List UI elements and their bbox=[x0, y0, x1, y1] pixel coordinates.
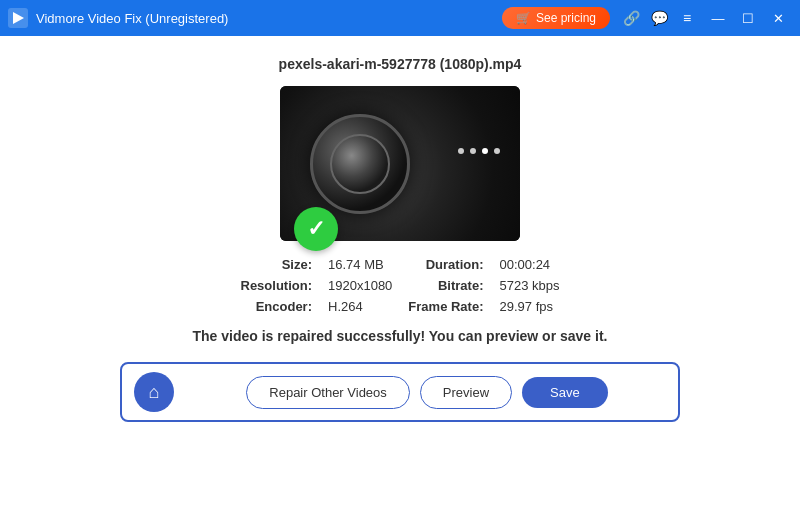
repair-other-videos-button[interactable]: Repair Other Videos bbox=[246, 376, 410, 409]
resolution-label: Resolution: bbox=[241, 278, 313, 293]
menu-icon-button[interactable]: ≡ bbox=[674, 5, 700, 31]
pricing-label: See pricing bbox=[536, 11, 596, 25]
chat-icon-button[interactable]: 💬 bbox=[646, 5, 672, 31]
lens-outer bbox=[310, 114, 410, 214]
video-filename: pexels-akari-m-5927778 (1080p).mp4 bbox=[279, 56, 522, 72]
cart-icon: 🛒 bbox=[516, 11, 531, 25]
framerate-value: 29.97 fps bbox=[499, 299, 559, 314]
home-button[interactable]: ⌂ bbox=[134, 372, 174, 412]
title-bar: Vidmore Video Fix (Unregistered) 🛒 See p… bbox=[0, 0, 800, 36]
link-icon-button[interactable]: 🔗 bbox=[618, 5, 644, 31]
maximize-button[interactable]: ☐ bbox=[734, 4, 762, 32]
duration-value: 00:00:24 bbox=[499, 257, 559, 272]
framerate-label: Frame Rate: bbox=[408, 299, 483, 314]
dot-3 bbox=[482, 148, 488, 154]
bitrate-label: Bitrate: bbox=[408, 278, 483, 293]
dot-1 bbox=[458, 148, 464, 154]
toolbar-icons: 🔗 💬 ≡ bbox=[618, 5, 700, 31]
video-info-table: Size: 16.74 MB Duration: 00:00:24 Resolu… bbox=[241, 257, 560, 314]
save-button[interactable]: Save bbox=[522, 377, 608, 408]
checkmark-icon: ✓ bbox=[307, 218, 325, 240]
video-thumbnail-container: ✓ bbox=[280, 86, 520, 241]
chat-icon: 💬 bbox=[651, 10, 668, 26]
hamburger-icon: ≡ bbox=[683, 10, 691, 26]
encoder-label: Encoder: bbox=[241, 299, 313, 314]
close-button[interactable]: ✕ bbox=[764, 4, 792, 32]
home-icon: ⌂ bbox=[149, 382, 160, 403]
link-icon: 🔗 bbox=[623, 10, 640, 26]
dot-2 bbox=[470, 148, 476, 154]
size-value: 16.74 MB bbox=[328, 257, 392, 272]
app-logo bbox=[8, 8, 28, 28]
window-controls: — ☐ ✕ bbox=[704, 4, 792, 32]
bitrate-value: 5723 kbps bbox=[499, 278, 559, 293]
status-message: The video is repaired successfully! You … bbox=[193, 328, 608, 344]
success-badge: ✓ bbox=[294, 207, 338, 251]
preview-button[interactable]: Preview bbox=[420, 376, 512, 409]
minimize-button[interactable]: — bbox=[704, 4, 732, 32]
main-content: pexels-akari-m-5927778 (1080p).mp4 ✓ Siz… bbox=[0, 36, 800, 519]
action-buttons-group: Repair Other Videos Preview Save bbox=[188, 376, 666, 409]
dot-4 bbox=[494, 148, 500, 154]
app-title: Vidmore Video Fix (Unregistered) bbox=[36, 11, 502, 26]
see-pricing-button[interactable]: 🛒 See pricing bbox=[502, 7, 610, 29]
action-bar: ⌂ Repair Other Videos Preview Save bbox=[120, 362, 680, 422]
lens-dots bbox=[458, 148, 500, 154]
duration-label: Duration: bbox=[408, 257, 483, 272]
resolution-value: 1920x1080 bbox=[328, 278, 392, 293]
lens-inner bbox=[330, 134, 390, 194]
size-label: Size: bbox=[241, 257, 313, 272]
encoder-value: H.264 bbox=[328, 299, 392, 314]
